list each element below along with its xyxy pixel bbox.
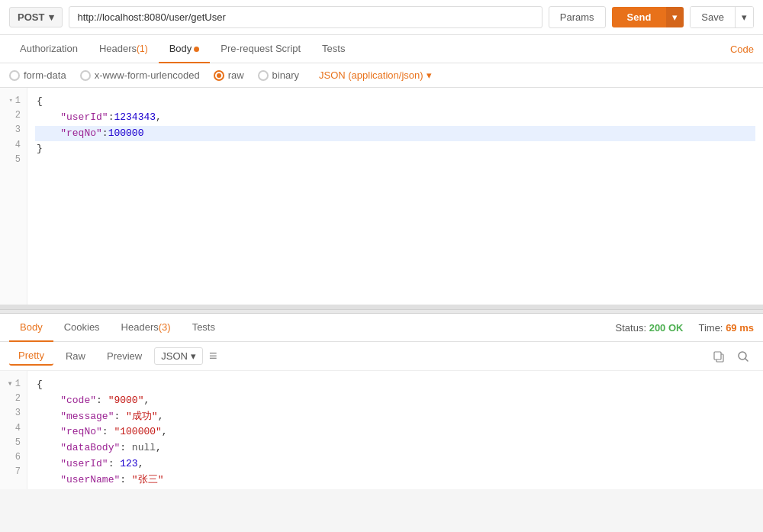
resp-line-num-6: 6 <box>0 450 27 465</box>
resp-line-num-3: 3 <box>0 406 27 421</box>
tab-headers[interactable]: Headers(1) <box>89 35 159 63</box>
response-section: Body Cookies Headers(3) Tests Status: 20… <box>0 314 763 489</box>
code-link[interactable]: Code <box>730 36 754 63</box>
method-text: POST <box>18 11 44 23</box>
body-dot <box>194 47 199 52</box>
tab-prerequest[interactable]: Pre-request Script <box>210 35 311 63</box>
resp-line-5: "dataBody": null, <box>35 440 755 456</box>
request-editor: ▾ 1 2 3 4 5 { "userId":1234343, "reqNo":… <box>0 88 763 309</box>
time-value: 69 ms <box>726 322 754 334</box>
wrap-icon[interactable]: ≡ <box>209 348 217 364</box>
resp-line-num-2: 2 <box>0 392 27 406</box>
resp-tab-cookies[interactable]: Cookies <box>53 314 111 342</box>
radio-urlencoded[interactable] <box>80 70 91 81</box>
save-dropdown-button[interactable]: ▾ <box>735 7 753 27</box>
response-toolbar: Pretty Raw Preview JSON ▾ ≡ <box>0 342 763 371</box>
json-format-select[interactable]: JSON (application/json) ▾ <box>319 69 432 81</box>
resp-format-chevron-icon: ▾ <box>191 350 196 362</box>
resp-format-select[interactable]: JSON ▾ <box>154 347 203 365</box>
resp-line-3: "message": "成功", <box>35 409 755 425</box>
radio-form-data[interactable] <box>9 70 20 81</box>
response-line-numbers: ▾ 1 2 3 4 5 6 7 <box>0 371 27 489</box>
resp-line-num-1: ▾ 1 <box>0 377 27 392</box>
request-tabs: Authorization Headers(1) Body Pre-reques… <box>0 35 763 63</box>
resp-preview-btn[interactable]: Preview <box>98 347 151 365</box>
line-num-4: 4 <box>0 138 27 153</box>
params-button[interactable]: Params <box>549 6 606 28</box>
body-options: form-data x-www-form-urlencoded raw bina… <box>0 63 763 88</box>
resp-tab-headers[interactable]: Headers(3) <box>111 314 182 342</box>
radio-binary[interactable] <box>258 70 269 81</box>
send-button[interactable]: Send <box>612 7 667 27</box>
method-select[interactable]: POST ▾ <box>9 7 63 27</box>
response-status: Status: 200 OK Time: 69 ms <box>616 322 754 334</box>
resp-line-1: { <box>35 377 755 393</box>
time-label: Time: 69 ms <box>698 322 754 334</box>
request-code-content[interactable]: { "userId":1234343, "reqNo":100000 } <box>27 88 763 305</box>
json-format-chevron-icon: ▾ <box>427 69 432 81</box>
line-num-3: 3 <box>0 123 27 137</box>
line-num-5: 5 <box>0 153 27 167</box>
save-btn-group: Save ▾ <box>690 6 754 28</box>
response-editor[interactable]: ▾ 1 2 3 4 5 6 7 { "code": "9000", "messa… <box>0 371 763 489</box>
req-line-2: "userId":1234343, <box>35 110 755 126</box>
req-line-4: } <box>35 141 755 157</box>
req-line-3: "reqNo":100000 <box>35 126 755 142</box>
resp-line-7: "userName": "张三" <box>35 472 755 488</box>
tab-authorization[interactable]: Authorization <box>9 35 89 63</box>
resp-collapse-arrow-1[interactable]: ▾ <box>8 377 13 392</box>
option-form-data[interactable]: form-data <box>9 69 66 81</box>
option-binary[interactable]: binary <box>258 69 299 81</box>
radio-raw[interactable] <box>214 70 224 81</box>
resp-tab-body[interactable]: Body <box>9 314 53 342</box>
tab-tests[interactable]: Tests <box>311 35 356 63</box>
resp-pretty-btn[interactable]: Pretty <box>9 347 53 366</box>
status-label: Status: 200 OK <box>616 322 684 334</box>
method-chevron-icon: ▾ <box>49 11 54 23</box>
response-code-content: { "code": "9000", "message": "成功", "reqN… <box>27 371 763 489</box>
resp-line-num-5: 5 <box>0 436 27 450</box>
resp-line-2: "code": "9000", <box>35 393 755 409</box>
line-num-1: ▾ 1 <box>0 94 27 108</box>
option-urlencoded[interactable]: x-www-form-urlencoded <box>80 69 200 81</box>
tab-body[interactable]: Body <box>159 35 211 63</box>
resp-line-num-7: 7 <box>0 465 27 479</box>
search-button[interactable] <box>732 347 754 366</box>
svg-rect-1 <box>714 352 721 360</box>
resp-line-num-4: 4 <box>0 421 27 436</box>
option-raw[interactable]: raw <box>214 69 244 81</box>
svg-line-3 <box>745 359 748 361</box>
resp-line-4: "reqNo": "100000", <box>35 424 755 440</box>
resp-raw-btn[interactable]: Raw <box>56 347 95 365</box>
send-btn-group: Send ▾ <box>612 7 684 27</box>
req-line-1: { <box>35 94 755 110</box>
resp-tab-tests[interactable]: Tests <box>182 314 226 342</box>
request-line-numbers: ▾ 1 2 3 4 5 <box>0 88 27 305</box>
resp-line-6: "userId": 123, <box>35 456 755 472</box>
save-button[interactable]: Save <box>691 7 735 27</box>
top-bar: POST ▾ Params Send ▾ Save ▾ <box>0 0 763 35</box>
status-value: 200 OK <box>649 322 684 334</box>
collapse-arrow-1[interactable]: ▾ <box>8 95 12 106</box>
response-tabs-row: Body Cookies Headers(3) Tests Status: 20… <box>0 314 763 342</box>
url-input[interactable] <box>69 6 542 28</box>
send-dropdown-button[interactable]: ▾ <box>666 7 684 27</box>
line-num-2: 2 <box>0 108 27 123</box>
copy-button[interactable] <box>708 347 729 366</box>
